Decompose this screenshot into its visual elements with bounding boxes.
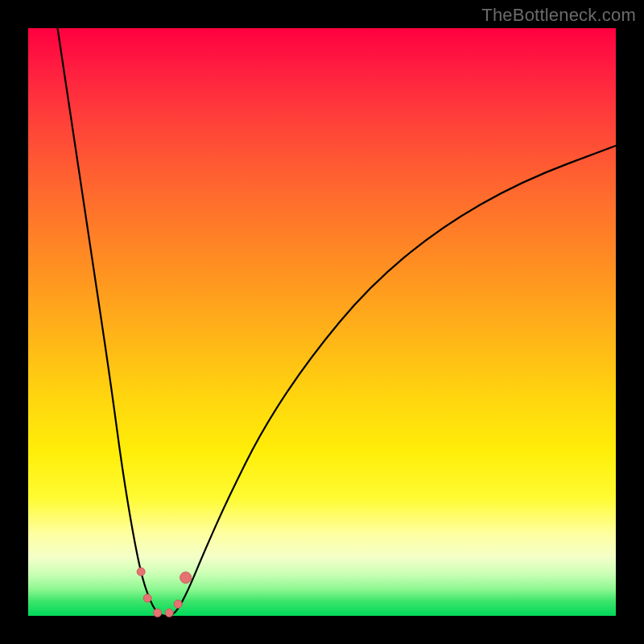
- marker-point: [154, 609, 162, 617]
- highlight-markers: [137, 568, 191, 617]
- marker-point: [165, 609, 173, 617]
- marker-point: [174, 600, 182, 608]
- marker-point: [143, 594, 151, 602]
- bottleneck-curve: [58, 28, 617, 616]
- marker-point: [180, 572, 192, 584]
- curve-layer: [28, 28, 616, 616]
- marker-point: [137, 568, 145, 576]
- chart-stage: TheBottleneck.com: [0, 0, 644, 644]
- watermark-text: TheBottleneck.com: [481, 5, 636, 26]
- plot-area: [28, 28, 616, 616]
